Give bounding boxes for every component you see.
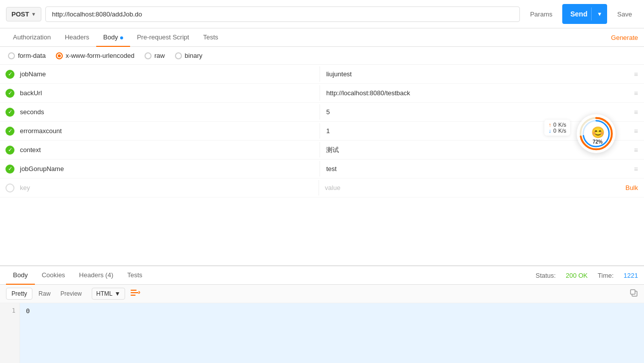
url-input[interactable]	[45, 6, 520, 22]
svg-rect-4	[631, 290, 635, 294]
tab-response-body[interactable]: Body	[6, 266, 35, 285]
check-col-3: ✓	[0, 108, 20, 117]
row-menu-icon-6[interactable]: ≡	[628, 165, 644, 173]
radio-form-data[interactable]: form-data	[8, 52, 46, 59]
key-input-6[interactable]: jobGorupName	[20, 161, 320, 177]
check-icon-4[interactable]: ✓	[5, 127, 14, 136]
check-col-1: ✓	[0, 70, 20, 79]
val-input-2[interactable]: http://localhost:8080/testback	[320, 85, 628, 101]
code-toolbar: Pretty Raw Preview HTML ▼	[0, 285, 644, 303]
radio-urlencoded[interactable]: x-www-form-urlencoded	[56, 52, 135, 59]
method-chevron-icon: ▼	[31, 11, 36, 17]
send-label: Send	[570, 10, 587, 18]
row-menu-icon-2[interactable]: ≡	[628, 89, 644, 97]
radio-binary[interactable]: binary	[175, 52, 202, 59]
tab-prerequest[interactable]: Pre-request Script	[130, 28, 196, 47]
check-icon-1[interactable]: ✓	[5, 70, 14, 79]
method-label: POST	[11, 10, 29, 18]
radio-circle-binary	[175, 52, 182, 59]
wrap-icon	[130, 289, 140, 297]
key-input-3[interactable]: seconds	[20, 104, 320, 120]
form-params-area: ✓ jobName liujuntest ≡ ✓ backUrl http://…	[0, 65, 644, 265]
send-button[interactable]: Send ▼	[562, 4, 607, 24]
val-input-1[interactable]: liujuntest	[320, 66, 628, 82]
radio-raw[interactable]: raw	[145, 52, 165, 59]
save-button[interactable]: Save	[611, 7, 638, 21]
method-dropdown[interactable]: POST ▼	[6, 7, 41, 21]
radio-circle-raw	[145, 52, 152, 59]
code-area: 1 0	[0, 303, 644, 363]
status-area: Status: 200 OK Time: 1221	[535, 272, 638, 279]
row-menu-icon-1[interactable]: ≡	[628, 70, 644, 78]
response-section: Body Cookies Headers (4) Tests Status: 2…	[0, 265, 644, 363]
time-value: 1221	[624, 272, 638, 279]
network-percent: 72%	[593, 139, 603, 145]
radio-circle-form-data	[8, 52, 15, 59]
status-label: Status:	[535, 272, 555, 279]
line-numbers: 1	[0, 303, 20, 363]
table-row-empty: key value Bulk	[0, 179, 644, 197]
time-label: Time:	[598, 272, 614, 279]
check-col-4: ✓	[0, 127, 20, 136]
tab-authorization[interactable]: Authorization	[6, 28, 58, 47]
code-output: 0	[20, 303, 644, 363]
key-input-2[interactable]: backUrl	[20, 85, 320, 101]
download-speed: ↓ 0 K/s	[548, 128, 566, 134]
check-icon-3[interactable]: ✓	[5, 108, 14, 117]
tab-body[interactable]: Body	[96, 28, 130, 47]
radio-circle-urlencoded	[56, 52, 63, 59]
table-row: ✓ jobGorupName test ≡	[0, 160, 644, 179]
check-col-5: ✓	[0, 146, 20, 155]
tab-response-headers[interactable]: Headers (4)	[72, 266, 121, 285]
response-tabs-bar: Body Cookies Headers (4) Tests Status: 2…	[0, 266, 644, 285]
format-chevron-icon: ▼	[115, 290, 121, 297]
network-emoji-icon: 😊	[591, 126, 605, 139]
wrap-button[interactable]	[127, 288, 143, 300]
check-col-2: ✓	[0, 89, 20, 98]
val-input-6[interactable]: test	[320, 161, 628, 177]
top-bar: POST ▼ Params Send ▼ Save	[0, 0, 644, 28]
params-button[interactable]: Params	[524, 7, 558, 21]
row-menu-icon-5[interactable]: ≡	[628, 146, 644, 154]
generate-button[interactable]: Generate	[611, 34, 638, 41]
request-tabs: Authorization Headers Body Pre-request S…	[0, 28, 644, 47]
val-placeholder[interactable]: value	[319, 180, 626, 195]
key-input-4[interactable]: errormaxcount	[20, 123, 320, 139]
download-arrow-icon: ↓	[548, 128, 551, 134]
table-row: ✓ backUrl http://localhost:8080/testback…	[0, 84, 644, 103]
network-overlay: 😊 72%	[576, 114, 616, 154]
bulk-button[interactable]: Bulk	[626, 184, 644, 191]
upload-speed: ↑ 0 K/s	[548, 122, 566, 128]
tab-cookies[interactable]: Cookies	[35, 266, 72, 285]
check-icon-6[interactable]: ✓	[5, 165, 14, 174]
check-icon-2[interactable]: ✓	[5, 89, 14, 98]
table-row: ✓ jobName liujuntest ≡	[0, 65, 644, 84]
row-menu-icon-3[interactable]: ≡	[628, 108, 644, 116]
svg-rect-2	[131, 295, 136, 296]
format-dropdown[interactable]: HTML ▼	[92, 288, 125, 300]
check-empty-icon	[5, 183, 14, 192]
key-input-5[interactable]: context	[20, 142, 320, 158]
svg-rect-1	[131, 292, 139, 293]
table-row: ✓ seconds 5 ≡	[0, 103, 644, 122]
table-row: ✓ context 测试 ≡	[0, 141, 644, 160]
body-dot	[120, 36, 123, 39]
key-placeholder[interactable]: key	[20, 180, 319, 195]
copy-button[interactable]	[630, 289, 638, 299]
check-col-6: ✓	[0, 165, 20, 174]
tab-headers[interactable]: Headers	[58, 28, 96, 47]
svg-rect-0	[131, 290, 137, 291]
key-input-1[interactable]: jobName	[20, 66, 320, 82]
tab-response-tests[interactable]: Tests	[120, 266, 149, 285]
pretty-button[interactable]: Pretty	[6, 288, 32, 300]
body-type-radio-group: form-data x-www-form-urlencoded raw bina…	[0, 47, 644, 65]
send-arrow-icon[interactable]: ▼	[591, 7, 607, 20]
raw-button[interactable]: Raw	[34, 288, 54, 299]
copy-icon	[630, 289, 638, 297]
speed-info: ↑ 0 K/s ↓ 0 K/s	[544, 120, 570, 136]
tab-tests[interactable]: Tests	[196, 28, 225, 47]
row-menu-icon-4[interactable]: ≡	[628, 127, 644, 135]
check-icon-5[interactable]: ✓	[5, 146, 14, 155]
preview-button[interactable]: Preview	[56, 288, 86, 299]
upload-arrow-icon: ↑	[548, 122, 551, 128]
